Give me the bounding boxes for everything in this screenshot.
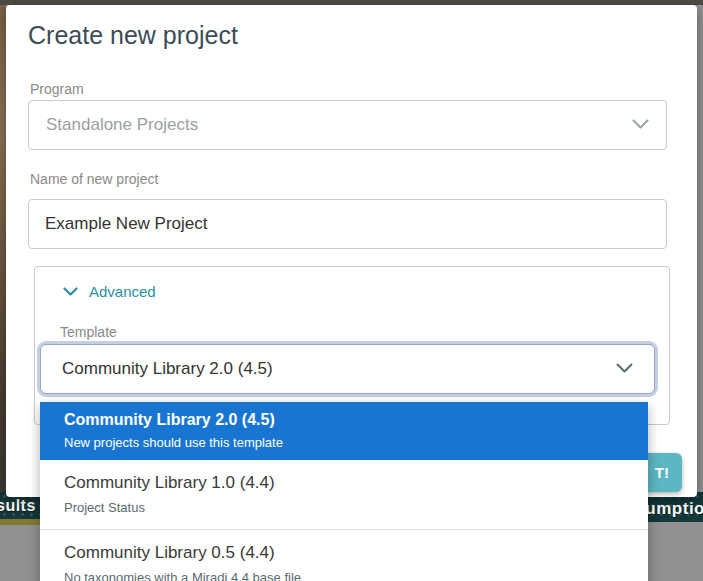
dropdown-option-subtitle: New projects should use this template [64,435,624,450]
dropdown-option[interactable]: Community Library 2.0 (4.5) New projects… [40,402,648,460]
dropdown-option[interactable]: Community Library 0.5 (4.4) No taxonomie… [40,529,648,581]
template-select[interactable]: Community Library 2.0 (4.5) [40,344,655,394]
chevron-down-icon [632,116,649,134]
template-select-value: Community Library 2.0 (4.5) [62,359,273,379]
advanced-label: Advanced [89,283,156,300]
program-label: Program [30,81,84,97]
project-name-input[interactable] [28,199,667,249]
chevron-down-icon [63,287,78,297]
dropdown-option-title: Community Library 2.0 (4.5) [64,411,624,429]
background-text-left: sults [0,497,36,515]
modal-title: Create new project [28,21,238,50]
template-dropdown-menu: Community Library 2.0 (4.5) New projects… [40,402,648,581]
dropdown-option-subtitle: Project Status [64,500,624,515]
project-name-label: Name of new project [30,171,158,187]
dropdown-option-title: Community Library 0.5 (4.4) [64,543,624,563]
dropdown-option-subtitle: No taxonomies with a Miradi 4.4 base fil… [64,570,624,581]
dropdown-option[interactable]: Community Library 1.0 (4.4) Project Stat… [40,460,648,529]
program-select[interactable]: Standalone Projects [28,100,667,150]
advanced-toggle[interactable]: Advanced [63,283,156,300]
chevron-down-icon [616,359,633,379]
program-select-value: Standalone Projects [46,115,198,135]
background-text-right: umptio [645,499,703,519]
template-label: Template [60,324,117,340]
dropdown-option-title: Community Library 1.0 (4.4) [64,473,624,493]
